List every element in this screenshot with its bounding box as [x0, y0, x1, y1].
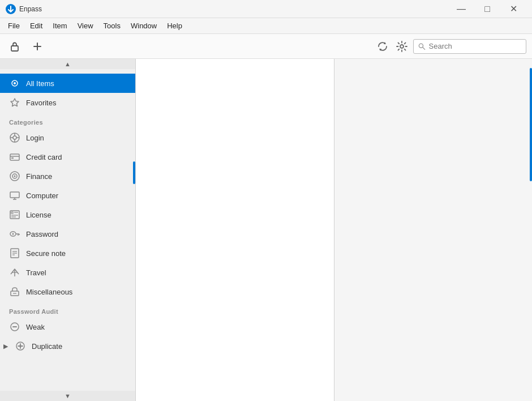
lock-icon: [9, 41, 20, 52]
expand-arrow-icon: ▶: [3, 343, 8, 350]
title-bar-left: Enpass: [6, 4, 42, 14]
credit-card-icon: [9, 151, 20, 163]
app-title: Enpass: [19, 5, 42, 13]
sidebar-item-travel[interactable]: Travel: [0, 263, 135, 282]
sidebar-item-credit-card[interactable]: Credit card: [0, 147, 135, 167]
secure-note-label: Secure note: [26, 249, 66, 258]
svg-rect-29: [11, 212, 13, 214]
sidebar-item-login[interactable]: Login: [0, 128, 135, 147]
scroll-up-arrow[interactable]: ▲: [0, 59, 135, 69]
svg-point-14: [13, 136, 16, 139]
license-icon: [9, 209, 20, 220]
minimize-button[interactable]: —: [448, 0, 474, 18]
all-items-icon: [9, 78, 20, 89]
app-icon: [6, 4, 16, 14]
finance-icon: [9, 170, 20, 182]
toolbar: [0, 34, 532, 59]
sidebar-item-miscellaneous[interactable]: Miscellaneous: [0, 282, 135, 301]
travel-label: Travel: [26, 268, 46, 277]
audit-header: Password Audit: [0, 301, 135, 317]
sidebar-scroll-indicator: [133, 161, 135, 184]
svg-point-11: [14, 82, 16, 84]
duplicate-icon: [15, 340, 26, 352]
close-button[interactable]: ✕: [500, 0, 526, 18]
secure-note-icon: [9, 248, 20, 259]
duplicate-label: Duplicate: [32, 342, 62, 351]
sidebar-item-license[interactable]: License: [0, 205, 135, 224]
svg-rect-25: [10, 192, 19, 198]
settings-button[interactable]: [394, 39, 410, 54]
svg-point-51: [19, 345, 22, 347]
window-scroll-indicator: [530, 68, 532, 181]
svg-rect-21: [11, 157, 14, 159]
content-detail: [334, 59, 533, 401]
svg-line-8: [423, 47, 425, 49]
computer-icon: [9, 190, 20, 201]
menu-help[interactable]: Help: [162, 20, 187, 32]
login-label: Login: [26, 134, 44, 142]
menu-file[interactable]: File: [3, 20, 24, 32]
favorites-label: Favorites: [26, 99, 56, 107]
miscellaneous-icon: [9, 286, 20, 297]
favorites-icon: [9, 97, 20, 108]
search-box: [413, 39, 526, 54]
svg-point-6: [400, 45, 404, 48]
weak-label: Weak: [26, 323, 45, 331]
login-icon: [9, 132, 20, 143]
sidebar-scroll[interactable]: All Items Favorites Categories: [0, 69, 135, 391]
lock-button[interactable]: [6, 37, 24, 56]
sidebar-item-computer[interactable]: Computer: [0, 186, 135, 205]
menu-bar: File Edit Item View Tools Window Help: [0, 18, 532, 34]
gear-icon: [396, 40, 408, 53]
password-label: Password: [26, 230, 58, 238]
maximize-button[interactable]: □: [474, 0, 500, 18]
menu-tools[interactable]: Tools: [99, 20, 125, 32]
svg-marker-12: [11, 99, 19, 106]
sync-icon: [376, 40, 389, 53]
add-button[interactable]: [28, 37, 46, 56]
toolbar-left: [6, 37, 46, 56]
all-items-label: All Items: [26, 79, 54, 88]
svg-point-34: [12, 233, 14, 235]
search-input[interactable]: [429, 42, 521, 50]
categories-header: Categories: [0, 112, 135, 128]
svg-point-24: [14, 176, 16, 177]
sync-button[interactable]: [375, 39, 391, 54]
sidebar-item-favorites[interactable]: Favorites: [0, 93, 135, 112]
sidebar-item-duplicate[interactable]: ▶ Duplicate: [0, 336, 135, 356]
menu-item[interactable]: Item: [48, 20, 71, 32]
sidebar: ▲ All Items: [0, 59, 136, 401]
search-icon: [418, 42, 426, 50]
content-list: [136, 59, 334, 401]
svg-rect-19: [10, 154, 19, 160]
menu-window[interactable]: Window: [126, 20, 161, 32]
sidebar-item-secure-note[interactable]: Secure note: [0, 244, 135, 263]
credit-card-label: Credit card: [26, 153, 62, 161]
svg-rect-1: [11, 46, 18, 51]
menu-view[interactable]: View: [73, 20, 98, 32]
license-label: License: [26, 211, 52, 219]
toolbar-right: [375, 39, 526, 54]
sidebar-item-weak[interactable]: Weak: [0, 317, 135, 336]
title-bar-controls: — □ ✕: [448, 0, 526, 18]
computer-label: Computer: [26, 191, 58, 200]
main-area: ▲ All Items: [0, 59, 532, 401]
menu-edit[interactable]: Edit: [25, 20, 47, 32]
title-bar: Enpass — □ ✕: [0, 0, 532, 18]
password-icon: [9, 228, 20, 240]
miscellaneous-label: Miscellaneous: [26, 288, 72, 296]
scroll-down-arrow[interactable]: ▼: [0, 391, 135, 401]
sidebar-item-all-items[interactable]: All Items: [0, 74, 135, 93]
weak-icon: [9, 321, 20, 332]
plus-icon: [32, 41, 43, 52]
travel-icon: [9, 267, 20, 278]
sidebar-item-password[interactable]: Password: [0, 224, 135, 244]
sidebar-item-finance[interactable]: Finance: [0, 167, 135, 186]
finance-label: Finance: [26, 172, 52, 181]
